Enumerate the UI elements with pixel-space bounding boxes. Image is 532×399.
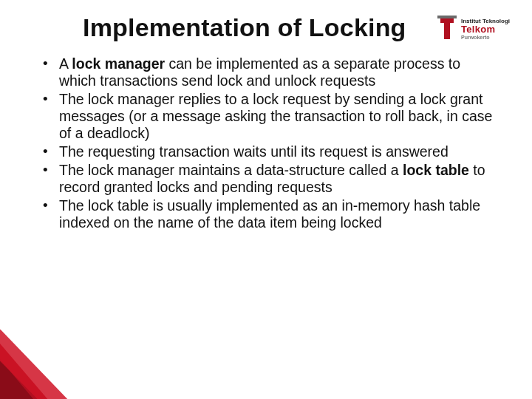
decorative-corner (0, 273, 126, 399)
bullet-list: A lock manager can be implemented as a s… (38, 55, 495, 231)
bullet-bold: lock table (403, 162, 469, 178)
logo-text: Institut Teknologi Telkom Purwokerto (461, 18, 510, 40)
institution-logo: Institut Teknologi Telkom Purwokerto (437, 10, 519, 47)
svg-rect-0 (437, 16, 457, 18)
bullet-text: The lock table is usually implemented as… (59, 197, 480, 231)
list-item: The requesting transaction waits until i… (38, 143, 495, 160)
bullet-text: The requesting transaction waits until i… (59, 143, 449, 160)
slide: Institut Teknologi Telkom Purwokerto Imp… (0, 0, 532, 399)
bullet-text: A (59, 55, 72, 72)
list-item: The lock manager replies to a lock reque… (38, 91, 495, 142)
bullet-text: The lock manager replies to a lock reque… (59, 91, 492, 141)
logo-line3: Purwokerto (461, 35, 510, 40)
bullet-bold: lock manager (72, 55, 165, 72)
logo-mark-icon (437, 14, 457, 44)
list-item: A lock manager can be implemented as a s… (38, 55, 495, 89)
slide-content: A lock manager can be implemented as a s… (38, 55, 502, 231)
bullet-text: The lock manager maintains a data-struct… (59, 162, 403, 178)
logo-line2: Telkom (461, 24, 510, 34)
list-item: The lock table is usually implemented as… (38, 197, 495, 231)
list-item: The lock manager maintains a data-struct… (38, 162, 495, 196)
